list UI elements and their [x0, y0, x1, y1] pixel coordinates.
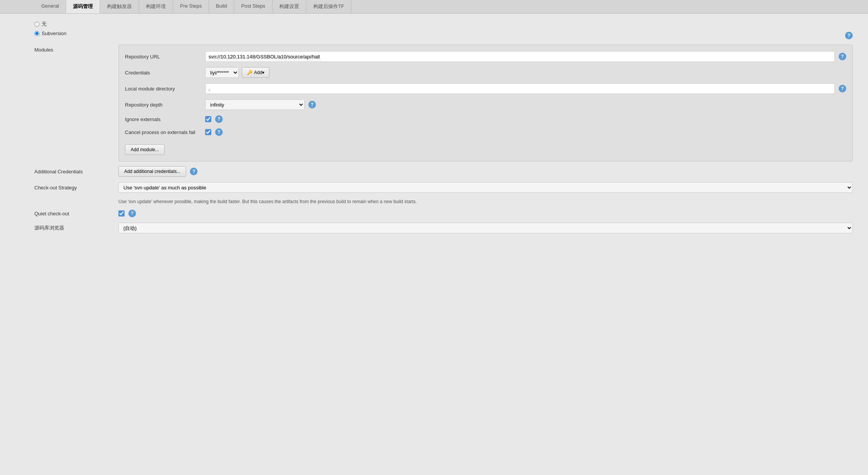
tab-build-triggers[interactable]: 构建触发器 — [100, 0, 139, 13]
local-module-label: Local module directory — [125, 86, 205, 92]
add-credentials-button[interactable]: 🔑 Add▾ — [242, 67, 269, 78]
tab-pre-steps[interactable]: Pre Steps — [173, 0, 209, 13]
local-module-help-icon[interactable]: ? — [839, 85, 846, 92]
quiet-checkout-label: Quiet check-out — [34, 211, 118, 216]
repo-depth-help-icon[interactable]: ? — [308, 101, 316, 108]
main-content: 无 Subversion ? Modules Repository URL ? — [0, 14, 868, 247]
tab-build-settings[interactable]: 构建设置 — [272, 0, 306, 13]
quiet-checkout-help-icon[interactable]: ? — [128, 210, 136, 217]
cancel-process-label: Cancel process on externals fail — [125, 129, 205, 135]
local-module-input[interactable] — [205, 83, 835, 94]
ignore-externals-row: Ignore externals ? — [125, 115, 846, 123]
repo-url-input[interactable] — [205, 51, 835, 62]
tab-general[interactable]: General — [34, 0, 66, 13]
key-icon: 🔑 — [247, 70, 253, 75]
repo-browser-select[interactable]: (自动) — [118, 223, 853, 233]
quiet-checkout-row: Quiet check-out ? — [34, 210, 853, 217]
checkout-description: Use 'svn update' whenever possible, maki… — [118, 198, 462, 205]
repo-url-row: Repository URL ? — [125, 51, 846, 62]
checkout-strategy-select[interactable]: Use 'svn update' as much as possible — [118, 182, 853, 193]
tab-post-build[interactable]: 构建后操作TF — [306, 0, 351, 13]
additional-credentials-label: Additional Credentials — [34, 169, 118, 174]
repo-depth-row: Repository depth infinity empty files im… — [125, 99, 846, 110]
tab-source-code[interactable]: 源码管理 — [66, 0, 100, 13]
credentials-label: Credentials — [125, 70, 205, 76]
add-module-button[interactable]: Add module... — [125, 144, 165, 155]
subversion-label: Subversion — [42, 31, 66, 36]
modules-box: Repository URL ? Credentials liyi/******… — [118, 45, 853, 162]
checkout-strategy-label: Check-out Strategy — [34, 185, 118, 191]
ignore-externals-help-icon[interactable]: ? — [215, 115, 223, 123]
subversion-section: Subversion ? Modules Repository URL ? Cr… — [34, 31, 853, 233]
cancel-process-checkbox[interactable] — [205, 129, 211, 135]
cancel-process-row: Cancel process on externals fail ? — [125, 128, 846, 136]
add-additional-credentials-button[interactable]: Add additional credentials... — [118, 166, 186, 177]
cancel-process-help-icon[interactable]: ? — [215, 128, 223, 136]
repo-url-label: Repository URL — [125, 54, 205, 60]
additional-credentials-row: Additional Credentials Add additional cr… — [34, 166, 853, 177]
additional-credentials-help-icon[interactable]: ? — [190, 168, 198, 175]
tab-build[interactable]: Build — [209, 0, 234, 13]
repo-depth-label: Repository depth — [125, 102, 205, 108]
tab-bar: General 源码管理 构建触发器 构建环境 Pre Steps Build … — [0, 0, 868, 14]
credentials-controls: liyi/****** 🔑 Add▾ — [205, 67, 269, 78]
no-label: 无 — [42, 21, 47, 27]
credentials-row: Credentials liyi/****** 🔑 Add▾ — [125, 67, 846, 78]
checkout-strategy-row: Check-out Strategy Use 'svn update' as m… — [34, 182, 853, 193]
modules-row: Modules Repository URL ? Credentials liy… — [34, 45, 853, 162]
tab-post-steps[interactable]: Post Steps — [234, 0, 272, 13]
subversion-radio[interactable] — [34, 31, 39, 36]
repo-browser-label: 源码库浏览器 — [34, 225, 118, 231]
ignore-externals-checkbox[interactable] — [205, 116, 211, 122]
local-module-row: Local module directory ? — [125, 83, 846, 94]
ignore-externals-label: Ignore externals — [125, 116, 205, 122]
subversion-radio-row: Subversion — [34, 31, 66, 36]
modules-label: Modules — [34, 45, 118, 53]
no-radio[interactable] — [34, 22, 39, 27]
tab-build-env[interactable]: 构建环境 — [139, 0, 173, 13]
repo-depth-select[interactable]: infinity empty files immediates — [205, 99, 304, 110]
repo-browser-row: 源码库浏览器 (自动) — [34, 223, 853, 233]
no-option-row: 无 — [34, 21, 853, 27]
repo-url-help-icon[interactable]: ? — [839, 53, 846, 60]
quiet-checkout-checkbox[interactable] — [118, 210, 125, 216]
credentials-select[interactable]: liyi/****** — [205, 67, 239, 78]
subversion-help-icon[interactable]: ? — [845, 32, 853, 39]
